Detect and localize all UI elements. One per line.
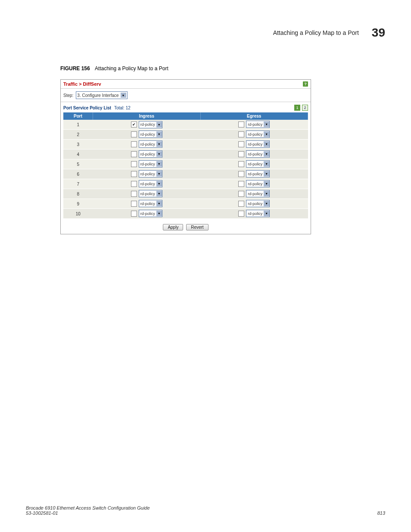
policy-select-value: rd-policy [140,122,155,127]
ingress-checkbox[interactable] [131,181,137,187]
ingress-policy-select[interactable]: rd-policy▼ [139,131,162,138]
ingress-checkbox[interactable] [131,201,137,207]
col-port: Port [63,112,93,120]
policy-select-value: rd-policy [140,202,155,206]
apply-button[interactable]: Apply [163,224,183,230]
ingress-checkbox[interactable]: ✔ [131,121,137,128]
ingress-policy-select[interactable]: rd-policy▼ [139,140,162,148]
ingress-cell: rd-policy▼ [93,140,201,149]
egress-checkbox[interactable] [238,181,244,187]
col-ingress: Ingress [93,112,201,120]
ingress-cell: rd-policy▼ [93,209,201,219]
table-row: 2rd-policy▼rd-policy▼ [63,130,308,140]
ingress-checkbox[interactable] [131,141,137,147]
egress-checkbox[interactable] [238,171,244,177]
table-row: 6rd-policy▼rd-policy▼ [63,169,308,179]
egress-cell: rd-policy▼ [200,159,308,169]
list-title: Port Service Policy List [63,106,111,110]
chevron-down-icon: ▼ [264,131,269,137]
ingress-cell: rd-policy▼ [93,149,201,159]
chevron-down-icon: ▼ [264,211,269,216]
ingress-cell: rd-policy▼ [93,179,201,189]
policy-select-value: rd-policy [140,182,155,186]
egress-cell: rd-policy▼ [200,169,308,179]
egress-checkbox[interactable] [238,141,244,147]
policy-select-value: rd-policy [248,132,262,137]
ingress-policy-select[interactable]: rd-policy▼ [139,150,162,158]
page-footer: Brocade 6910 Ethernet Access Switch Conf… [26,505,385,516]
ingress-checkbox[interactable] [131,151,137,157]
port-cell: 7 [63,179,93,189]
egress-policy-select[interactable]: rd-policy▼ [246,121,270,128]
ingress-checkbox[interactable] [131,131,137,137]
ingress-policy-select[interactable]: rd-policy▼ [139,170,162,177]
egress-policy-select[interactable]: rd-policy▼ [246,200,270,207]
ingress-policy-select[interactable]: rd-policy▼ [139,180,162,187]
chevron-down-icon: ▼ [156,161,162,167]
policy-select-value: rd-policy [248,212,262,216]
chevron-down-icon: ▼ [156,141,162,147]
egress-checkbox[interactable] [238,201,244,207]
figure-text: Attaching a Policy Map to a Port [95,65,168,72]
port-cell: 3 [63,140,93,149]
chevron-down-icon: ▼ [264,191,269,196]
ingress-cell: ✔rd-policy▼ [93,120,201,130]
egress-policy-select[interactable]: rd-policy▼ [246,190,270,197]
ingress-checkbox[interactable] [131,161,137,167]
help-icon[interactable]: ? [303,81,308,87]
chevron-down-icon: ▼ [264,201,269,206]
ingress-policy-select[interactable]: rd-policy▼ [139,190,162,197]
list-total-value: 12 [126,106,131,110]
breadcrumb: Traffic > DiffServ [63,81,101,87]
policy-select-value: rd-policy [140,192,155,196]
chevron-down-icon: ▼ [156,122,162,128]
page-1[interactable]: 1 [294,105,300,111]
chevron-down-icon: ▼ [264,141,269,147]
policy-select-value: rd-policy [140,132,155,137]
chevron-down-icon: ▼ [121,93,126,98]
button-row: Apply Revert [61,221,311,234]
footer-line2: 53-1002581-01 [26,510,150,516]
policy-table: Port Ingress Egress 1✔rd-policy▼rd-polic… [63,112,308,219]
egress-policy-select[interactable]: rd-policy▼ [246,160,270,168]
table-row: 8rd-policy▼rd-policy▼ [63,189,308,199]
egress-policy-select[interactable]: rd-policy▼ [246,180,270,187]
ingress-policy-select[interactable]: rd-policy▼ [139,210,162,217]
egress-checkbox[interactable] [238,131,244,137]
egress-policy-select[interactable]: rd-policy▼ [246,140,270,148]
egress-checkbox[interactable] [238,151,244,157]
egress-policy-select[interactable]: rd-policy▼ [246,210,270,217]
step-select[interactable]: 3. Configure Interface ▼ [76,91,127,99]
table-row: 7rd-policy▼rd-policy▼ [63,179,308,189]
egress-checkbox[interactable] [238,161,244,167]
egress-policy-select[interactable]: rd-policy▼ [246,150,270,158]
port-cell: 1 [63,120,93,130]
port-cell: 2 [63,130,93,140]
list-header: Port Service Policy List Total: 12 1 2 [61,102,311,112]
egress-policy-select[interactable]: rd-policy▼ [246,170,270,177]
egress-cell: rd-policy▼ [200,130,308,140]
chevron-down-icon: ▼ [156,201,162,206]
table-row: 1✔rd-policy▼rd-policy▼ [63,120,308,130]
ingress-checkbox[interactable] [131,211,137,217]
page-2[interactable]: 2 [302,105,308,111]
egress-checkbox[interactable] [238,121,244,128]
revert-button[interactable]: Revert [186,224,208,230]
chevron-down-icon: ▼ [264,161,269,167]
egress-policy-select[interactable]: rd-policy▼ [246,131,270,138]
ingress-policy-select[interactable]: rd-policy▼ [139,160,162,168]
ingress-policy-select[interactable]: rd-policy▼ [139,121,162,128]
chevron-down-icon: ▼ [156,131,162,137]
egress-checkbox[interactable] [238,211,244,217]
egress-checkbox[interactable] [238,191,244,197]
ingress-policy-select[interactable]: rd-policy▼ [139,200,162,207]
ingress-cell: rd-policy▼ [93,159,201,169]
ingress-checkbox[interactable] [131,191,137,197]
table-row: 5rd-policy▼rd-policy▼ [63,159,308,169]
policy-select-value: rd-policy [248,192,262,196]
ingress-checkbox[interactable] [131,171,137,177]
chevron-down-icon: ▼ [156,181,162,187]
chapter-number: 39 [372,26,385,40]
egress-cell: rd-policy▼ [200,209,308,219]
egress-cell: rd-policy▼ [200,149,308,159]
